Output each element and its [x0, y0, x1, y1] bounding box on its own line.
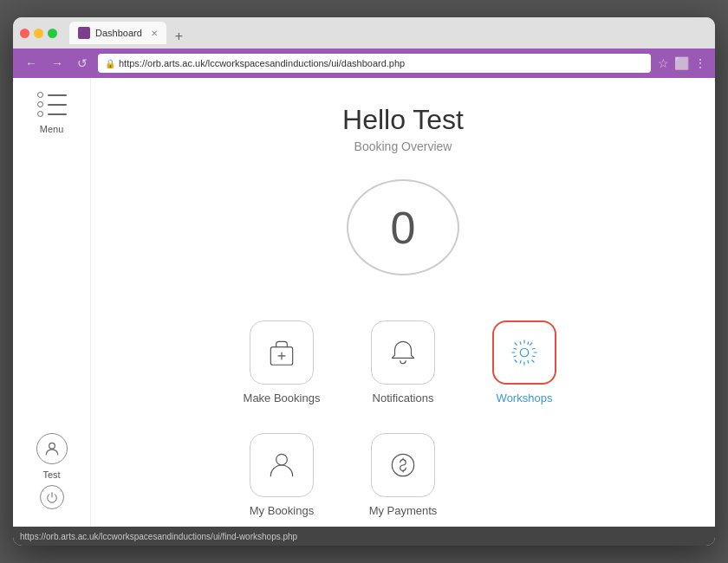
make-bookings-icon-wrap — [250, 320, 314, 385]
notifications-label: Notifications — [373, 392, 434, 404]
my-bookings-tile[interactable]: My Bookings — [225, 423, 338, 527]
status-bar: https://orb.arts.ac.uk/lccworkspacesandi… — [13, 527, 715, 546]
menu-bar-3 — [48, 113, 67, 115]
my-bookings-label: My Bookings — [250, 504, 314, 517]
logout-button[interactable] — [40, 485, 64, 509]
refresh-button[interactable]: ↺ — [74, 55, 91, 72]
title-bar: Dashboard ✕ + — [13, 17, 715, 49]
my-bookings-icon-wrap — [250, 433, 314, 497]
menu-label: Menu — [40, 124, 64, 134]
bell-icon — [387, 336, 419, 369]
back-button[interactable]: ← — [22, 55, 41, 72]
person-icon — [265, 449, 298, 482]
main-layout: Menu Test Hello Test — [13, 78, 715, 527]
menu-dot-2 — [37, 101, 43, 107]
traffic-lights — [20, 29, 57, 38]
menu-icon[interactable]: ⋮ — [694, 56, 706, 70]
briefcase-plus-icon — [265, 336, 298, 369]
workshops-label: Workshops — [497, 392, 553, 404]
tab-favicon — [78, 27, 90, 39]
menu-dot-3 — [37, 111, 43, 117]
browser-window: Dashboard ✕ + ← → ↺ 🔒 https://orb.arts.a… — [13, 17, 715, 546]
tab-title: Dashboard — [95, 28, 142, 38]
workshops-tile[interactable]: Workshops — [468, 310, 581, 414]
tab-area: Dashboard ✕ + — [69, 22, 708, 44]
nav-actions: ☆ ⬜ ⋮ — [658, 56, 706, 70]
user-label: Test — [42, 469, 60, 480]
lock-icon: 🔒 — [105, 59, 115, 68]
status-url: https://orb.arts.ac.uk/lccworkspacesandi… — [20, 532, 297, 541]
minimize-button[interactable] — [34, 29, 43, 38]
menu-bar-2 — [48, 104, 67, 106]
notifications-tile[interactable]: Notifications — [347, 310, 459, 414]
booking-count: 0 — [347, 179, 459, 275]
svg-point-5 — [276, 454, 288, 465]
active-tab[interactable]: Dashboard ✕ — [69, 22, 166, 44]
page-title: Hello Test — [342, 104, 464, 136]
address-bar[interactable]: 🔒 https://orb.arts.ac.uk/lccworkspacesan… — [98, 54, 651, 73]
menu-toggle[interactable] — [37, 92, 67, 117]
new-tab-button[interactable]: + — [172, 29, 186, 44]
dollar-circle-icon — [387, 449, 419, 482]
nav-grid: Make Bookings Notifications — [225, 310, 581, 527]
make-bookings-label: Make Bookings — [244, 392, 321, 404]
workshops-icon-wrap — [492, 320, 556, 385]
tab-close-button[interactable]: ✕ — [151, 29, 158, 38]
sidebar-bottom: Test — [36, 433, 68, 509]
forward-button[interactable]: → — [48, 55, 67, 72]
user-avatar[interactable] — [36, 433, 68, 464]
menu-dot-1 — [37, 92, 43, 98]
close-button[interactable] — [20, 29, 29, 38]
url-text: https://orb.arts.ac.uk/lccworkspacesandi… — [119, 58, 405, 68]
page-subtitle: Booking Overview — [354, 139, 452, 153]
notifications-icon-wrap — [371, 320, 435, 385]
my-payments-label: My Payments — [369, 504, 438, 517]
gear-icon — [508, 336, 541, 369]
bookmark-icon[interactable]: ☆ — [658, 56, 669, 70]
svg-point-0 — [49, 443, 55, 449]
make-bookings-tile[interactable]: Make Bookings — [225, 310, 338, 414]
my-payments-icon-wrap — [371, 433, 435, 497]
maximize-button[interactable] — [48, 29, 57, 38]
nav-bar: ← → ↺ 🔒 https://orb.arts.ac.uk/lccworksp… — [13, 49, 715, 78]
menu-bar-1 — [48, 94, 67, 96]
sidebar: Menu Test — [13, 78, 91, 527]
svg-point-4 — [520, 348, 529, 357]
main-content: Hello Test Booking Overview 0 Make Booki… — [91, 78, 715, 527]
extensions-icon[interactable]: ⬜ — [674, 56, 689, 70]
my-payments-tile[interactable]: My Payments — [347, 423, 459, 527]
